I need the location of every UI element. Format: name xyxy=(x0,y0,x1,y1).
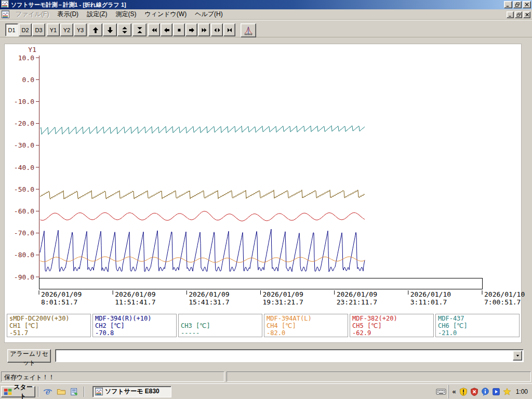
keyboard-icon xyxy=(436,387,446,397)
task-button-label: ソフトサーモ E830 xyxy=(105,387,159,396)
tray-chevron-icon[interactable]: « xyxy=(452,388,456,395)
alarm-combobox[interactable] xyxy=(55,349,524,362)
down-arrow-icon xyxy=(107,26,114,34)
app-icon xyxy=(1,0,9,8)
toolbar-button-expand-horizontal[interactable] xyxy=(211,23,223,36)
language-bar[interactable] xyxy=(436,387,446,397)
legend-channel-name: MDF-394(R)(+10) xyxy=(95,315,174,322)
up-arrow-icon xyxy=(92,26,99,34)
close-icon xyxy=(525,12,529,17)
menu-item-w[interactable]: ウィンドウ(W) xyxy=(140,9,191,20)
legend-channel-value: -21.0 xyxy=(438,329,517,337)
start-button[interactable]: スタート xyxy=(1,386,35,397)
info-balloon-icon xyxy=(481,388,489,396)
legend-ch1: sMDF-DC200V(+30)CH1 [℃]-51.7 xyxy=(7,314,91,337)
info-balloon-tray-icon[interactable] xyxy=(481,388,489,396)
legend-ch3: CH3 [℃]----- xyxy=(178,314,262,337)
toolbar-button-stop[interactable] xyxy=(173,23,185,36)
tray-icons xyxy=(459,388,511,396)
toolbar-button-d3[interactable]: D3 xyxy=(32,23,45,36)
status-bar: 保存ウェイト！！ xyxy=(0,370,532,383)
legend-channel-name: sMDF-DC200V(+30) xyxy=(9,315,88,322)
menu-item-h[interactable]: ヘルプ(H) xyxy=(191,9,227,20)
windows-logo-icon xyxy=(4,388,12,396)
toolbar-button-step-right[interactable] xyxy=(185,23,197,36)
toolbar-button-step-left[interactable] xyxy=(161,23,172,36)
expand-vertical-icon xyxy=(121,26,128,34)
legend-channel-label: CH4 [℃] xyxy=(267,322,345,329)
legend-channel-value: -70.8 xyxy=(95,329,174,337)
combobox-dropdown-button[interactable] xyxy=(513,351,522,361)
window-title: ソフトサーモ計測－計測1 - [折れ線グラフ 1] xyxy=(11,1,503,9)
toolbar-button-distribution-graph[interactable] xyxy=(241,23,256,37)
restore-button[interactable] xyxy=(513,1,522,8)
menu-item-z[interactable]: 設定(Z) xyxy=(83,9,111,20)
ie-quick-launch-button[interactable]: e xyxy=(43,387,52,396)
legend-channel-name: MDF-437 xyxy=(438,315,517,322)
desktop: ソフトサーモ計測－計測1 - [折れ線グラフ 1] ファイル(F)表示(D)設定… xyxy=(0,0,532,399)
close-button[interactable] xyxy=(523,1,531,8)
taskbar-separator xyxy=(38,387,39,397)
taskbar-clock: 1:00 xyxy=(516,388,528,395)
toolbar-button-d1[interactable]: D1 xyxy=(5,23,18,36)
toolbar-button-y3[interactable]: Y3 xyxy=(74,23,87,36)
star-icon xyxy=(503,388,511,396)
mdi-restore-button[interactable] xyxy=(515,11,522,18)
collapse-vertical-icon xyxy=(136,26,143,34)
legend-channel-name: MDF-394AT(L) xyxy=(267,315,345,322)
minimize-icon xyxy=(506,2,511,7)
legend-channel-value: -62.9 xyxy=(352,329,431,337)
play-badge-tray-icon[interactable] xyxy=(492,388,500,396)
legend-ch4: MDF-394AT(L)CH4 [℃]-82.0 xyxy=(264,314,348,337)
restore-icon xyxy=(515,2,520,7)
legend-channel-value: ----- xyxy=(181,329,260,337)
play-badge-icon xyxy=(492,388,500,396)
minimize-button[interactable] xyxy=(504,1,512,8)
task-button-softthermo[interactable]: ソフトサーモ E830 xyxy=(92,386,171,397)
toolbar-button-up-arrow[interactable] xyxy=(88,23,102,36)
toolbar-button-y1[interactable]: Y1 xyxy=(47,23,60,36)
fast-forward-icon xyxy=(201,27,207,33)
menu-item-f[interactable]: ファイル(F) xyxy=(11,9,53,20)
shield-warning-tray-icon[interactable] xyxy=(459,388,468,396)
minimize-icon xyxy=(508,12,513,17)
star-tray-icon[interactable] xyxy=(503,388,511,396)
mdi-minimize-button[interactable] xyxy=(507,11,514,18)
toolbar: D1D2D3Y1Y2Y3 xyxy=(0,20,532,37)
title-bar[interactable]: ソフトサーモ計測－計測1 - [折れ線グラフ 1] xyxy=(0,0,532,9)
toolbar-button-collapse-vertical[interactable] xyxy=(132,23,147,36)
toolbar-button-d2[interactable]: D2 xyxy=(19,23,32,36)
dropdown-icon xyxy=(515,353,520,358)
shield-warning-icon xyxy=(459,388,468,396)
legend-channel-label: CH1 [℃] xyxy=(9,322,88,329)
legend-channel-name: MDF-382(+20) xyxy=(352,315,431,322)
document-icon xyxy=(2,10,9,18)
legend-ch2: MDF-394(R)(+10)CH2 [℃]-70.8 xyxy=(92,314,177,337)
legend-channel-label: CH6 [℃] xyxy=(438,322,517,329)
toolbar-button-collapse-horizontal[interactable] xyxy=(223,23,235,36)
alarm-reset-button[interactable]: アラームリセット xyxy=(7,349,51,363)
folder-icon xyxy=(57,387,66,396)
toolbar-button-fast-forward[interactable] xyxy=(198,23,210,36)
outlook-express-quick-launch-button[interactable] xyxy=(70,387,79,396)
toolbar-button-down-arrow[interactable] xyxy=(103,23,117,36)
graph-panel xyxy=(4,44,522,343)
folder-quick-launch-button[interactable] xyxy=(57,387,66,396)
system-tray: « 1:00 xyxy=(448,385,532,398)
restore-icon xyxy=(516,12,521,17)
window-controls xyxy=(503,0,531,9)
menu-item-s[interactable]: 測定(S) xyxy=(111,9,140,20)
menu-item-d[interactable]: 表示(D) xyxy=(53,9,83,20)
mdi-close-button[interactable] xyxy=(523,11,530,18)
shield-error-tray-icon[interactable] xyxy=(470,388,478,396)
outlook-express-icon xyxy=(70,387,79,396)
status-secondary-panel xyxy=(227,371,531,382)
toolbar-button-fast-rewind[interactable] xyxy=(148,23,160,36)
taskbar-separator xyxy=(84,387,85,397)
step-right-icon xyxy=(189,27,195,33)
legend-ch6: MDF-437CH6 [℃]-21.0 xyxy=(435,314,520,337)
app-icon xyxy=(95,388,103,395)
toolbar-button-y2[interactable]: Y2 xyxy=(60,23,73,36)
status-message-panel: 保存ウェイト！！ xyxy=(1,371,224,382)
toolbar-button-expand-vertical[interactable] xyxy=(117,23,131,36)
